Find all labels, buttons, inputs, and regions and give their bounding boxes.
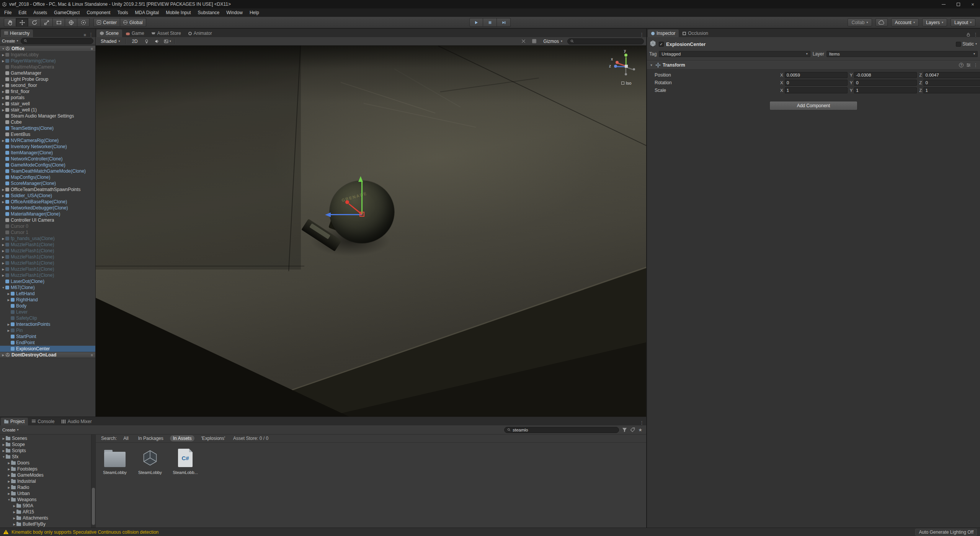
help-icon[interactable]: ? (959, 63, 964, 67)
pause-button[interactable] (483, 18, 497, 27)
project-folder-gamemodes[interactable]: ▶GameModes (0, 472, 95, 478)
minimize-button[interactable] (936, 0, 951, 8)
rotation-y-field[interactable] (854, 80, 917, 86)
scale-z-field[interactable] (923, 87, 980, 93)
hierarchy-item-playerwarning-clone[interactable]: ▶PlayerWarning(Clone) (0, 58, 95, 64)
hierarchy-item-endpoint[interactable]: EndPoint (0, 340, 95, 346)
expand-arrow-icon[interactable]: ▶ (7, 474, 11, 477)
console-status-message[interactable]: Kinematic body only supports Speculative… (11, 529, 158, 535)
project-folder-sfx[interactable]: ▼Sfx (0, 454, 95, 460)
gizmos-dropdown[interactable]: Gizmos▾ (541, 38, 565, 45)
project-folder-590a[interactable]: ▶590A (0, 503, 95, 509)
scale-x-field[interactable] (785, 87, 848, 93)
expand-arrow-icon[interactable]: ▼ (7, 498, 11, 502)
static-toggle[interactable]: Static ▾ (956, 41, 977, 47)
play-button[interactable] (469, 18, 483, 27)
scene-options-icon[interactable]: ≡ (91, 353, 93, 357)
scene-search-input[interactable] (576, 39, 641, 44)
panel-menu-icon[interactable]: ⋮ (640, 420, 644, 425)
expand-arrow-icon[interactable]: ▶ (7, 492, 11, 495)
axis-y-handle[interactable] (624, 54, 627, 57)
hierarchy-item-second-floor[interactable]: ▶second_floor (0, 82, 95, 88)
position-y-field[interactable] (854, 72, 917, 78)
hierarchy-item-stair-well-1[interactable]: ▶stair_well (1) (0, 107, 95, 113)
menu-item-mobile-input[interactable]: Mobile Input (162, 8, 194, 17)
hierarchy-item-fp-hands-usa-clone[interactable]: ▶fp_hands_usa(Clone) (0, 235, 95, 242)
scene-search-field[interactable] (567, 38, 644, 44)
scene-effects-dropdown[interactable]: ▾ (163, 38, 172, 45)
hierarchy-item-soldier-usa-clone[interactable]: ▶Soldier_USA(Clone) (0, 193, 95, 199)
rotation-z-field[interactable] (923, 80, 980, 86)
project-folder-attachments[interactable]: ▶Attachments (0, 515, 95, 521)
menu-item-substance[interactable]: Substance (194, 8, 223, 17)
project-folder-scope[interactable]: ▶Scope (0, 441, 95, 448)
expand-arrow-icon[interactable]: ▶ (7, 486, 11, 489)
hierarchy-item-muzzleflash1-clone[interactable]: ▶MuzzleFlash1(Clone) (0, 248, 95, 254)
project-create-button[interactable]: Create▾ (2, 428, 19, 432)
hierarchy-item-officeantibaserape-clone[interactable]: ▶OfficeAntiBaseRape(Clone) (0, 199, 95, 205)
search-scope-all[interactable]: All (120, 435, 131, 441)
hierarchy-item-officeteamdeatmathspawnpoints[interactable]: ▶OfficeTeamDeatmathSpawnPoints (0, 186, 95, 193)
hierarchy-item-first-floor[interactable]: ▶first_floor (0, 88, 95, 95)
menu-item-gameobject[interactable]: GameObject (51, 8, 83, 17)
hierarchy-item-muzzleflash1-clone[interactable]: ▶MuzzleFlash1(Clone) (0, 260, 95, 266)
scrollbar-thumb[interactable] (92, 488, 95, 525)
hierarchy-item-pin[interactable]: ▶Pin (0, 327, 95, 333)
position-z-field[interactable] (923, 72, 980, 78)
hierarchy-scene-office[interactable]: ▼Office≡ (0, 46, 95, 52)
expand-arrow-icon[interactable]: ▶ (12, 516, 16, 520)
tab-animator[interactable]: Animator (185, 29, 216, 37)
expand-arrow-icon[interactable]: ▶ (12, 504, 16, 508)
panel-lock-icon[interactable]: ≡ (84, 33, 86, 37)
gizmo-z-axis[interactable] (331, 214, 362, 215)
project-folder-urban[interactable]: ▶Urban (0, 490, 95, 497)
expand-arrow-icon[interactable]: ▶ (1, 249, 5, 253)
close-button[interactable]: × (965, 0, 980, 8)
active-checkbox[interactable] (659, 42, 664, 47)
tab-scene[interactable]: Scene (96, 29, 122, 37)
expand-arrow-icon[interactable]: ▶ (1, 59, 5, 63)
hierarchy-item-mapconfigs-clone[interactable]: MapConfigs(Clone) (0, 174, 95, 180)
hierarchy-item-networkcontroller-clone[interactable]: NetworkController(Clone) (0, 156, 95, 162)
hierarchy-item-stair-well[interactable]: ▶stair_well (0, 101, 95, 107)
hierarchy-item-gamemodeconfigs-clone[interactable]: GameModeConfigs(Clone) (0, 162, 95, 168)
scale-tool-button[interactable] (41, 18, 53, 27)
hierarchy-item-laserdot-clone[interactable]: LaserDot(Clone) (0, 278, 95, 284)
project-folder-scripts[interactable]: ▶Scripts (0, 448, 95, 454)
transform-tool-button[interactable] (65, 18, 77, 27)
menu-item-assets[interactable]: Assets (30, 8, 51, 17)
hierarchy-item-nvrcamerarig-clone[interactable]: ▶NVRCameraRig(Clone) (0, 137, 95, 144)
hierarchy-item-ingamelobby[interactable]: ▶IngameLobby (0, 52, 95, 58)
rect-tool-button[interactable] (53, 18, 65, 27)
expand-arrow-icon[interactable]: ▶ (1, 90, 5, 93)
expand-arrow-icon[interactable]: ▶ (1, 139, 5, 142)
menu-item-help[interactable]: Help (246, 8, 263, 17)
layers-dropdown[interactable]: Layers▾ (922, 18, 947, 26)
scene-audio-toggle[interactable] (153, 38, 161, 45)
hierarchy-item-muzzleflash1-clone[interactable]: ▶MuzzleFlash1(Clone) (0, 266, 95, 272)
lock-icon[interactable] (966, 32, 971, 37)
expand-arrow-icon[interactable]: ▶ (7, 467, 11, 471)
project-folder-industrial[interactable]: ▶Industrial (0, 478, 95, 484)
asset-tile-steamlobb[interactable]: C#SteamLobb... (170, 447, 201, 475)
project-folder-bulletflyby[interactable]: ▶BulletFlyBy (0, 521, 95, 527)
gizmo-z-arrowhead[interactable] (325, 212, 331, 217)
axis-x-handle[interactable] (616, 61, 619, 64)
layout-dropdown[interactable]: Layout▾ (951, 18, 975, 26)
hierarchy-item-body[interactable]: Body (0, 303, 95, 309)
scrollbar[interactable] (91, 435, 95, 528)
expand-arrow-icon[interactable]: ▶ (7, 292, 11, 296)
hierarchy-item-cursor-0[interactable]: Cursor 0 (0, 223, 95, 229)
expand-arrow-icon[interactable]: ▶ (1, 200, 5, 204)
project-folder-ar15[interactable]: ▶AR15 (0, 509, 95, 515)
hierarchy-search-input[interactable] (29, 39, 91, 43)
hierarchy-item-steam-audio-manager-settings[interactable]: Steam Audio Manager Settings (0, 113, 95, 119)
custom-tool-button[interactable] (77, 18, 90, 27)
space-mode-button[interactable]: Global (120, 18, 146, 27)
cloud-button[interactable] (875, 18, 888, 26)
expand-arrow-icon[interactable]: ▶ (7, 323, 11, 326)
tab-occlusion[interactable]: Occlusion (679, 29, 712, 37)
hierarchy-item-m67-clone[interactable]: ▼M67(Clone) (0, 284, 95, 291)
maximize-button[interactable] (951, 0, 965, 8)
projection-toggle[interactable]: Iso (607, 81, 645, 85)
